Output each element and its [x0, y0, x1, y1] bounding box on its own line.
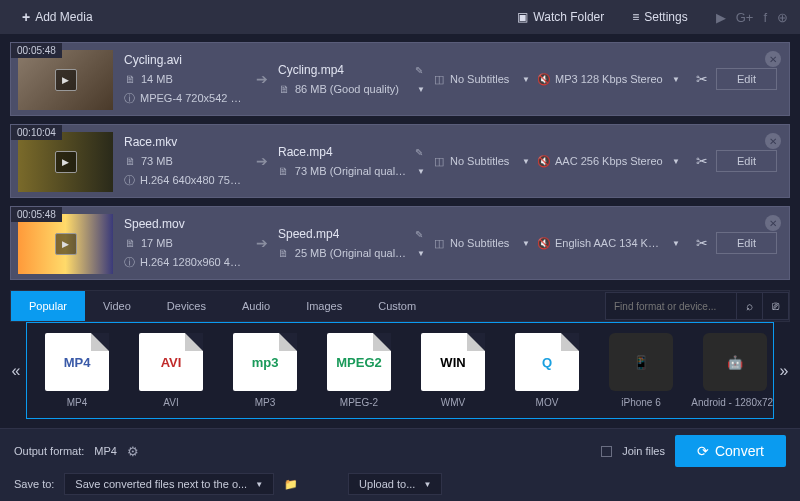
rename-icon[interactable]: ✎: [413, 229, 425, 240]
preset-item[interactable]: 📱 iPhone 6: [599, 333, 683, 408]
arrow-right-icon: ➔: [256, 71, 268, 87]
source-size: 73 MB: [141, 155, 173, 167]
play-icon[interactable]: ▶: [55, 233, 77, 255]
chevron-down-icon: ▼: [518, 75, 530, 84]
convert-button[interactable]: ⟳ Convert: [675, 435, 786, 467]
rename-icon[interactable]: ✎: [413, 147, 425, 158]
audio-select[interactable]: 🔇English AAC 134 Kbp...▼: [538, 237, 680, 250]
output-quality-select[interactable]: 🗎73 MB (Original quality)▼: [278, 165, 425, 177]
play-icon[interactable]: ▶: [55, 69, 77, 91]
chevron-down-icon: ▼: [518, 157, 530, 166]
tab-video[interactable]: Video: [85, 291, 149, 321]
preset-icon: MP4: [45, 333, 109, 391]
audio-icon: 🔇: [538, 155, 550, 168]
source-filename: Speed.mov: [124, 217, 246, 231]
watch-folder-label: Watch Folder: [533, 10, 604, 24]
facebook-icon[interactable]: f: [763, 10, 767, 25]
search-icon[interactable]: ⌕: [736, 293, 762, 319]
file-icon: 🗎: [278, 83, 290, 95]
preset-label: MOV: [536, 397, 559, 408]
preset-icon: mp3: [233, 333, 297, 391]
file-icon: 🗎: [124, 73, 136, 85]
play-icon[interactable]: ▶: [55, 151, 77, 173]
output-format-label: Output format:: [14, 445, 84, 457]
scissors-icon[interactable]: ✂: [696, 235, 708, 251]
audio-select[interactable]: 🔇AAC 256 Kbps Stereo▼: [538, 155, 680, 168]
subtitles-select[interactable]: ◫No Subtitles▼: [433, 237, 530, 250]
file-row[interactable]: 00:05:48 ▶ Speed.mov 🗎17 MB ⓘH.264 1280x…: [10, 206, 790, 280]
upload-to-select[interactable]: Upload to... ▼: [348, 473, 442, 495]
preset-item[interactable]: WIN WMV: [411, 333, 495, 408]
join-files-checkbox[interactable]: [601, 446, 612, 457]
remove-file-icon[interactable]: ✕: [765, 133, 781, 149]
preset-item[interactable]: 🤖 Android - 1280x720: [693, 333, 774, 408]
google-plus-icon[interactable]: G+: [736, 10, 754, 25]
file-row[interactable]: 00:05:48 ▶ Cycling.avi 🗎14 MB ⓘMPEG-4 72…: [10, 42, 790, 116]
subtitle-icon: ◫: [433, 155, 445, 168]
source-filename: Race.mkv: [124, 135, 246, 149]
subtitles-value: No Subtitles: [450, 155, 509, 167]
video-thumbnail[interactable]: 00:05:48 ▶: [18, 214, 113, 274]
audio-value: English AAC 134 Kbp...: [555, 237, 663, 249]
file-icon: 🗎: [124, 237, 136, 249]
output-quality-select[interactable]: 🗎86 MB (Good quality)▼: [278, 83, 425, 95]
search-input[interactable]: [606, 295, 736, 318]
file-row[interactable]: 00:10:04 ▶ Race.mkv 🗎73 MB ⓘH.264 640x48…: [10, 124, 790, 198]
save-to-select[interactable]: Save converted files next to the o... ▼: [64, 473, 274, 495]
preset-icon: Q: [515, 333, 579, 391]
tab-custom[interactable]: Custom: [360, 291, 434, 321]
format-settings-icon[interactable]: ⚙: [127, 444, 139, 459]
settings-button[interactable]: ≡ Settings: [622, 5, 697, 29]
preset-item[interactable]: AVI AVI: [129, 333, 213, 408]
source-codec: H.264 640x480 756 Kbps: [140, 174, 246, 186]
audio-select[interactable]: 🔇MP3 128 Kbps Stereo▼: [538, 73, 680, 86]
detect-device-icon[interactable]: ⎚: [762, 293, 788, 319]
output-filename: Cycling.mp4: [278, 63, 344, 77]
preset-item[interactable]: MP4 MP4: [35, 333, 119, 408]
preset-item[interactable]: Q MOV: [505, 333, 589, 408]
edit-button[interactable]: Edit: [716, 68, 777, 90]
bottom-bar: Output format: MP4 ⚙ Join files ⟳ Conver…: [0, 428, 800, 501]
subtitles-value: No Subtitles: [450, 73, 509, 85]
arrow-right-icon: ➔: [256, 153, 268, 169]
next-presets-button[interactable]: »: [774, 362, 794, 380]
source-size: 14 MB: [141, 73, 173, 85]
youtube-icon[interactable]: ▶: [716, 10, 726, 25]
subtitles-value: No Subtitles: [450, 237, 509, 249]
rename-icon[interactable]: ✎: [413, 65, 425, 76]
preset-list: MP4 MP4AVI AVImp3 MP3MPEG2 MPEG-2WIN WMV…: [26, 322, 774, 419]
preset-icon: 📱: [609, 333, 673, 391]
chevron-down-icon: ▼: [413, 85, 425, 94]
scissors-icon[interactable]: ✂: [696, 71, 708, 87]
remove-file-icon[interactable]: ✕: [765, 215, 781, 231]
remove-file-icon[interactable]: ✕: [765, 51, 781, 67]
browse-folder-icon[interactable]: 📁: [284, 478, 298, 491]
web-icon[interactable]: ⊕: [777, 10, 788, 25]
tab-devices[interactable]: Devices: [149, 291, 224, 321]
save-to-label: Save to:: [14, 478, 54, 490]
file-icon: 🗎: [278, 247, 290, 259]
camera-icon: ▣: [517, 10, 528, 24]
plus-icon: +: [22, 9, 30, 25]
chevron-down-icon: ▼: [255, 480, 263, 489]
tab-audio[interactable]: Audio: [224, 291, 288, 321]
preset-item[interactable]: mp3 MP3: [223, 333, 307, 408]
output-quality-select[interactable]: 🗎25 MB (Original quality)▼: [278, 247, 425, 259]
edit-button[interactable]: Edit: [716, 150, 777, 172]
video-thumbnail[interactable]: 00:10:04 ▶: [18, 132, 113, 192]
tab-images[interactable]: Images: [288, 291, 360, 321]
subtitles-select[interactable]: ◫No Subtitles▼: [433, 73, 530, 86]
watch-folder-button[interactable]: ▣ Watch Folder: [507, 5, 614, 29]
chevron-down-icon: ▼: [668, 157, 680, 166]
edit-button[interactable]: Edit: [716, 232, 777, 254]
preset-item[interactable]: MPEG2 MPEG-2: [317, 333, 401, 408]
prev-presets-button[interactable]: «: [6, 362, 26, 380]
scissors-icon[interactable]: ✂: [696, 153, 708, 169]
video-thumbnail[interactable]: 00:05:48 ▶: [18, 50, 113, 110]
output-size: 25 MB (Original quality): [295, 247, 408, 259]
convert-icon: ⟳: [697, 443, 709, 459]
preset-search: ⌕ ⎚: [605, 292, 789, 320]
add-media-button[interactable]: + Add Media: [12, 4, 103, 30]
tab-popular[interactable]: Popular: [11, 291, 85, 321]
subtitles-select[interactable]: ◫No Subtitles▼: [433, 155, 530, 168]
